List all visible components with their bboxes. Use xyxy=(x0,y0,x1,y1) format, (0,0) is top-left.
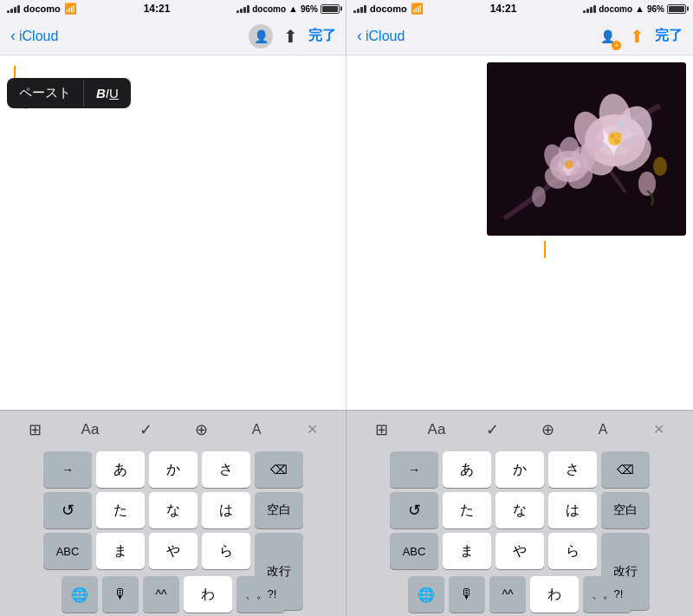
key-hat-right[interactable]: ^^ xyxy=(489,576,526,613)
key-ha-right[interactable]: は xyxy=(548,492,597,528)
key-a-right[interactable]: あ xyxy=(443,451,491,488)
kb-row-2-right: ↺ た な は 空白 xyxy=(348,492,691,528)
key-wa-right[interactable]: わ xyxy=(530,576,579,613)
done-button-right[interactable]: 完了 xyxy=(655,27,683,45)
key-mic-right[interactable]: 🎙 xyxy=(449,576,485,613)
key-na-right[interactable]: な xyxy=(495,492,544,528)
key-ha-left[interactable]: は xyxy=(202,492,250,528)
paste-menu-item[interactable]: ペースト xyxy=(7,78,83,108)
close-icon-right[interactable]: ✕ xyxy=(643,414,674,445)
chevron-left-icon: ‹ xyxy=(10,27,16,45)
table-icon-right[interactable]: ⊞ xyxy=(366,414,397,445)
kb-row-2-left: ↺ た な は 空白 xyxy=(2,492,345,528)
wifi-icon: 📶 xyxy=(64,3,77,15)
close-icon-left[interactable]: ✕ xyxy=(296,414,327,445)
svg-point-12 xyxy=(619,122,624,128)
checkmark-icon-right[interactable]: ✓ xyxy=(476,414,508,445)
svg-point-13 xyxy=(602,142,606,147)
carrier-label-r: docomo xyxy=(370,3,407,14)
share-icon-left[interactable]: ⬆ xyxy=(283,26,298,47)
key-a-left[interactable]: あ xyxy=(96,451,145,488)
svg-point-22 xyxy=(565,160,573,169)
key-undo-right[interactable]: ↺ xyxy=(390,492,438,528)
key-punct-right[interactable]: 、。?! xyxy=(583,576,631,613)
carrier2-label: docomo xyxy=(252,4,286,14)
note-content-left[interactable]: ペースト BIU xyxy=(0,55,346,410)
key-wa-left[interactable]: わ xyxy=(184,576,232,613)
checkmark-icon-left[interactable]: ✓ xyxy=(130,414,161,445)
key-ya-left[interactable]: や xyxy=(149,533,198,569)
avatar-icon-left[interactable]: 👤 xyxy=(249,24,273,49)
key-abc-right[interactable]: ABC xyxy=(390,533,438,569)
key-ma-right[interactable]: ま xyxy=(443,533,491,569)
back-label-left: iCloud xyxy=(19,29,58,44)
share-icon-right[interactable]: ⬆ xyxy=(630,26,644,47)
kb-row-1-right: → あ か さ ⌫ xyxy=(348,451,691,488)
add-icon-right[interactable]: ⊕ xyxy=(532,414,563,445)
status-right-right: docomo ▲ 96% xyxy=(583,3,686,14)
key-undo-left[interactable]: ↺ xyxy=(43,492,92,528)
back-button-right[interactable]: ‹ iCloud xyxy=(357,27,405,45)
nav-bar-left: ‹ iCloud 👤 ⬆ 完了 xyxy=(0,17,346,55)
key-space-left[interactable]: 空白 xyxy=(255,492,303,528)
key-ta-left[interactable]: た xyxy=(96,492,145,528)
battery-icon-right xyxy=(667,4,686,14)
cherry-blossom-image[interactable] xyxy=(487,62,686,236)
note-content-right[interactable] xyxy=(346,55,693,410)
keyboard-left: → あ か さ ⌫ ↺ た な は 空白 ABC ま や ら 改行 🌐 🎙 xyxy=(0,448,346,616)
key-arrow-left[interactable]: → xyxy=(43,451,92,488)
font-icon-left[interactable]: A xyxy=(241,414,272,445)
key-sa-left[interactable]: さ xyxy=(202,451,250,488)
key-ka-left[interactable]: か xyxy=(149,451,198,488)
key-backspace-right[interactable]: ⌫ xyxy=(601,451,650,488)
svg-point-10 xyxy=(616,133,621,138)
key-ra-right[interactable]: ら xyxy=(548,533,597,569)
key-mic-left[interactable]: 🎙 xyxy=(102,576,139,613)
table-icon-left[interactable]: ⊞ xyxy=(19,414,50,445)
done-button-left[interactable]: 完了 xyxy=(308,27,336,45)
svg-point-24 xyxy=(653,157,667,176)
kb-row-1-left: → あ か さ ⌫ xyxy=(2,451,345,488)
toolbar-left: ⊞ Aa ✓ ⊕ A ✕ xyxy=(0,410,346,448)
status-bar-left: docomo 📶 14:21 docomo ▲ 96% xyxy=(0,0,346,17)
key-sa-right[interactable]: さ xyxy=(548,451,597,488)
nav-actions-right: 👤 + ⬆ 完了 xyxy=(595,24,683,49)
signal-icon xyxy=(7,5,20,13)
status-left-right: docomo 📶 xyxy=(353,3,424,15)
key-ta-right[interactable]: た xyxy=(443,492,491,528)
key-space-right[interactable]: 空白 xyxy=(601,492,650,528)
key-ra-left[interactable]: ら xyxy=(202,533,250,569)
svg-point-14 xyxy=(628,137,631,141)
cherry-svg xyxy=(487,62,686,236)
key-ya-right[interactable]: や xyxy=(495,533,544,569)
format-menu-item[interactable]: BIU xyxy=(84,79,131,107)
left-panel: docomo 📶 14:21 docomo ▲ 96% ‹ iCloud xyxy=(0,0,346,616)
toolbar-right: ⊞ Aa ✓ ⊕ A ✕ xyxy=(346,410,693,448)
time-label-right: 14:21 xyxy=(490,3,517,15)
carrier-label: docomo xyxy=(23,3,61,14)
font-icon-right[interactable]: A xyxy=(587,414,619,445)
back-button-left[interactable]: ‹ iCloud xyxy=(10,27,58,45)
svg-point-9 xyxy=(610,133,615,139)
key-abc-left[interactable]: ABC xyxy=(43,533,92,569)
wifi-icon-r: 📶 xyxy=(411,3,424,15)
key-backspace-left[interactable]: ⌫ xyxy=(255,451,303,488)
key-na-left[interactable]: な xyxy=(149,492,198,528)
key-ma-left[interactable]: ま xyxy=(96,533,145,569)
back-label-right: iCloud xyxy=(366,29,405,44)
key-globe-left[interactable]: 🌐 xyxy=(62,576,98,613)
plus-badge-icon: + xyxy=(612,41,621,50)
key-arrow-right[interactable]: → xyxy=(390,451,438,488)
add-icon-left[interactable]: ⊕ xyxy=(185,414,217,445)
text-format-icon-right[interactable]: Aa xyxy=(421,414,452,445)
svg-point-25 xyxy=(532,186,546,207)
key-ka-right[interactable]: か xyxy=(495,451,544,488)
carrier2-label-r: docomo xyxy=(599,4,632,14)
key-hat-left[interactable]: ^^ xyxy=(143,576,179,613)
status-left: docomo 📶 xyxy=(7,3,77,15)
cherry-image-inner xyxy=(487,62,686,236)
key-globe-right[interactable]: 🌐 xyxy=(408,576,444,613)
avatar-add-icon-right[interactable]: 👤 + xyxy=(595,24,619,49)
text-format-icon-left[interactable]: Aa xyxy=(74,414,106,445)
key-punct-left[interactable]: 、。?! xyxy=(236,576,285,613)
